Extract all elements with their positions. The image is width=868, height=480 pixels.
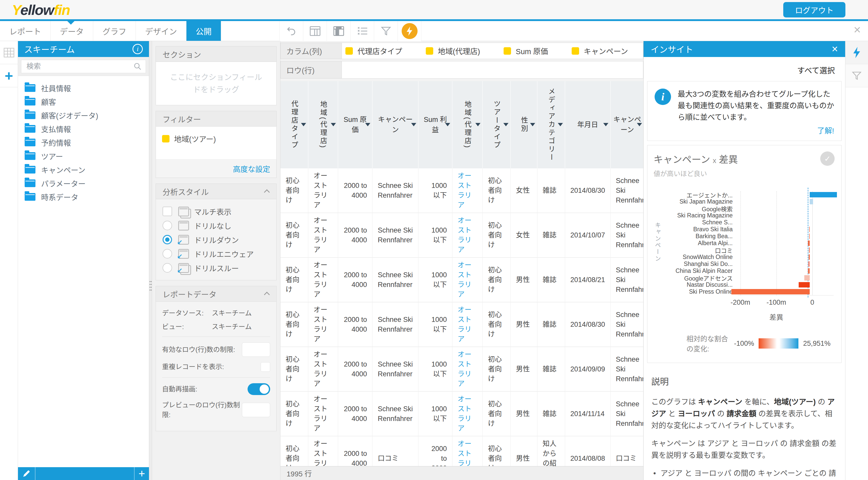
checkbox-control[interactable] xyxy=(162,206,172,216)
sort-caret-icon[interactable] xyxy=(603,123,608,126)
table-cell: 初心者向け xyxy=(483,436,511,466)
table-cell[interactable]: オーストラリア xyxy=(453,258,483,302)
table-cell[interactable]: オーストラリア xyxy=(453,213,483,257)
table-cell: 男性 xyxy=(511,302,537,347)
table-cell[interactable]: オーストラリア xyxy=(453,302,483,347)
select-insight-check-icon[interactable]: ✓ xyxy=(820,152,835,166)
sort-caret-icon[interactable] xyxy=(411,123,416,126)
sort-caret-icon[interactable] xyxy=(445,123,450,126)
analysis-option[interactable]: ドリルエニウェア xyxy=(162,247,270,261)
row-limit-input[interactable] xyxy=(242,343,270,357)
table-cell[interactable]: オーストラリア xyxy=(453,436,483,466)
column-header[interactable]: 代理店タイプ xyxy=(280,81,308,168)
report-data-header[interactable]: レポートデータ xyxy=(156,286,276,301)
close-report-icon[interactable]: × xyxy=(854,24,861,36)
column-header[interactable]: Sum 原価 xyxy=(338,81,373,168)
preview-limit-input[interactable] xyxy=(242,403,270,417)
assist-lightning-button[interactable] xyxy=(398,21,422,41)
sidebar-folder[interactable]: 社員情報 xyxy=(18,81,149,95)
info-icon[interactable]: i xyxy=(132,44,143,54)
assist-lightning-icon xyxy=(402,23,417,39)
column-header[interactable]: 年月日 xyxy=(565,81,611,168)
folder-list: 社員情報顧客顧客(ジオデータ)支払情報予約情報ツアーキャンペーンパラメーター時系… xyxy=(18,76,149,209)
column-header[interactable]: ツアータイプ xyxy=(483,81,511,168)
analysis-option[interactable]: ドリルダウン xyxy=(162,232,270,247)
analysis-option[interactable]: ドリルスルー xyxy=(162,261,270,275)
table-cell[interactable]: オーストラリア xyxy=(453,392,483,436)
sidebar-folder[interactable]: パラメーター xyxy=(18,177,149,190)
analysis-style-header[interactable]: 分析スタイル xyxy=(156,184,276,199)
column-header[interactable]: メディアカテゴリー xyxy=(537,81,565,168)
filter-chip[interactable]: 地域(ツアー) xyxy=(162,133,270,144)
section-dropzone[interactable]: ここにセクションフィールドをドラッグ xyxy=(156,62,276,105)
filter-button[interactable] xyxy=(374,21,398,41)
acknowledge-link[interactable]: 了解! xyxy=(647,125,841,141)
datasource-value: スキーチーム xyxy=(212,308,252,317)
insights-close-icon[interactable]: × xyxy=(832,44,838,55)
table-cell[interactable]: オーストラリア xyxy=(453,347,483,391)
tab-0[interactable]: レポート xyxy=(0,21,51,41)
sidebar-folder[interactable]: ツアー xyxy=(18,149,149,163)
analysis-option[interactable]: マルチ表示 xyxy=(162,204,270,218)
auto-refresh-toggle[interactable] xyxy=(248,383,270,395)
sort-caret-icon[interactable] xyxy=(530,123,535,126)
insights-filter-tab[interactable] xyxy=(845,64,868,87)
sort-caret-icon[interactable] xyxy=(503,123,508,126)
column-header[interactable]: 地域(代理店) xyxy=(453,81,483,168)
radio-control[interactable] xyxy=(162,221,172,230)
column-layout-button[interactable] xyxy=(303,21,327,41)
sort-caret-icon[interactable] xyxy=(301,123,306,126)
select-all-link[interactable]: すべて選択 xyxy=(644,57,845,81)
text-segment: と xyxy=(666,410,678,418)
add-field-button[interactable]: + xyxy=(134,467,149,480)
analysis-option[interactable]: ドリルなし xyxy=(162,218,270,232)
radio-control[interactable] xyxy=(162,249,172,258)
option-label: ドリルダウン xyxy=(194,234,239,245)
sidebar-folder[interactable]: 予約情報 xyxy=(18,135,149,149)
sort-caret-icon[interactable] xyxy=(637,123,642,126)
sort-caret-icon[interactable] xyxy=(558,123,563,126)
insights-lightning-tab[interactable] xyxy=(845,41,868,64)
sidebar-folder[interactable]: 顧客(ジオデータ) xyxy=(18,108,149,122)
advanced-settings-link[interactable]: 高度な設定 xyxy=(156,159,276,178)
table-cell: オーストラリア xyxy=(308,392,338,436)
sidebar-folder[interactable]: 時系データ xyxy=(18,190,149,203)
chip-label: キャンペーン xyxy=(584,45,628,56)
panel-resize-handle[interactable] xyxy=(149,41,152,480)
search-input[interactable] xyxy=(21,60,146,73)
column-header[interactable]: キャンペーン xyxy=(611,81,643,168)
column-header[interactable]: キャンペーン xyxy=(373,81,418,168)
undo-button[interactable] xyxy=(280,21,303,41)
bar xyxy=(810,199,813,204)
logout-button[interactable]: ログアウト xyxy=(783,2,845,18)
tab-2[interactable]: グラフ xyxy=(93,21,136,41)
column-chip[interactable]: 代理店タイプ xyxy=(345,45,402,56)
column-header[interactable]: 性別 xyxy=(511,81,537,168)
add-view-button[interactable]: + xyxy=(0,64,18,87)
column-chip[interactable]: 地域(代理店) xyxy=(426,45,480,56)
duplicates-checkbox[interactable] xyxy=(261,362,270,372)
sidebar-folder[interactable]: キャンペーン xyxy=(18,163,149,177)
row-chips[interactable] xyxy=(342,61,345,78)
column-header[interactable]: Sum 利益 xyxy=(418,81,453,168)
bar xyxy=(809,227,810,232)
radio-control[interactable] xyxy=(162,235,172,244)
column-header[interactable]: 地域(代理店) xyxy=(308,81,338,168)
sidebar-folder[interactable]: 顧客 xyxy=(18,95,149,108)
sort-caret-icon[interactable] xyxy=(475,123,480,126)
sort-caret-icon[interactable] xyxy=(365,123,370,126)
text-segment: ヨーロッパ xyxy=(678,410,715,418)
column-highlight-button[interactable] xyxy=(327,21,350,41)
radio-control[interactable] xyxy=(162,263,172,273)
column-chip[interactable]: キャンペーン xyxy=(572,45,628,56)
tab-4[interactable]: 公開 xyxy=(186,21,221,41)
edit-button[interactable] xyxy=(18,467,35,480)
sort-list-button[interactable] xyxy=(350,21,374,41)
column-chip[interactable]: Sum 原価 xyxy=(504,45,548,56)
bar-track xyxy=(735,205,835,212)
view-grid-button[interactable] xyxy=(0,41,18,64)
tab-3[interactable]: デザイン xyxy=(136,21,186,41)
sidebar-folder[interactable]: 支払情報 xyxy=(18,122,149,135)
table-cell[interactable]: オーストラリア xyxy=(453,168,483,213)
sort-caret-icon[interactable] xyxy=(331,123,336,126)
